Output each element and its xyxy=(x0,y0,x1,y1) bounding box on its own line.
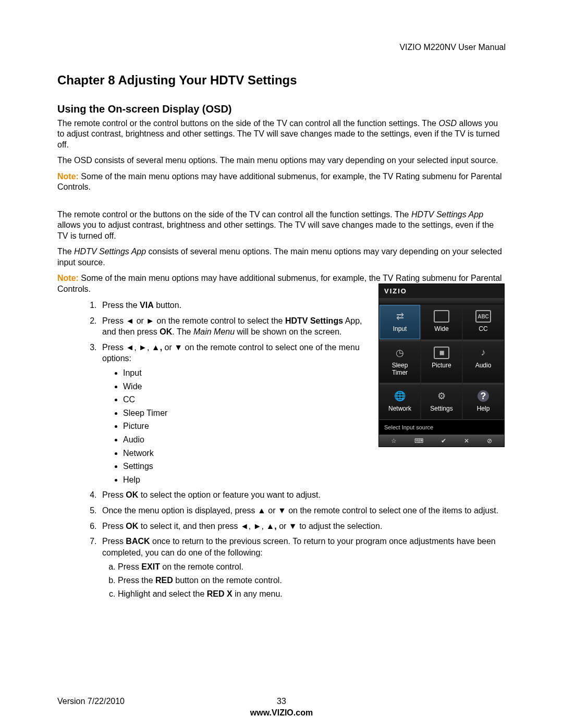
text-bold: VIA xyxy=(140,301,154,310)
text-bold: RED X xyxy=(207,589,232,598)
list-item: Press BACK once to return to the previou… xyxy=(99,536,506,599)
list-item: Press OK to select it, and then press ◄,… xyxy=(99,521,506,532)
text: Press xyxy=(102,537,126,546)
tv-item-wide: Wide xyxy=(421,304,462,340)
text: Some of the main menu options may have a… xyxy=(57,172,502,191)
footer-url: www.VIZIO.com xyxy=(250,708,313,718)
list-item: Audio xyxy=(123,434,370,446)
text-bold: HDTV Settings xyxy=(285,316,343,325)
check-icon: ✔ xyxy=(441,437,446,445)
text: Highlight and select the xyxy=(118,589,207,598)
list-item: Wide xyxy=(123,381,370,392)
list-item: Help xyxy=(123,474,370,486)
text: Press ◄ or ► on the remote control to se… xyxy=(102,316,285,325)
text-bold: OK xyxy=(126,490,138,499)
footer-page-number: 33 xyxy=(277,697,286,706)
list-item: Press the RED button on the remote contr… xyxy=(118,575,506,586)
tv-bottom-bar: ☆ ⌨ ✔ ✕ ⊘ xyxy=(379,435,504,447)
text-bold: OK xyxy=(160,327,172,336)
text: Press the xyxy=(118,576,155,585)
close-icon: ✕ xyxy=(464,437,469,445)
text: allows you to adjust contrast, brightnes… xyxy=(57,220,494,240)
text: will be shown on the screen. xyxy=(235,327,341,336)
text-bold: BACK xyxy=(126,537,150,546)
list-item: Network xyxy=(123,448,370,459)
tv-status-text: Select Input source xyxy=(379,419,504,435)
text-bold: EXIT xyxy=(141,562,160,571)
tv-label: Wide xyxy=(423,326,460,333)
network-icon: 🌐 xyxy=(392,390,408,402)
footer-version: Version 7/22/2010 xyxy=(57,697,125,706)
list-item: Sleep Timer xyxy=(123,408,370,419)
stop-icon: ⊘ xyxy=(487,437,492,445)
paragraph: The remote control or the control button… xyxy=(57,118,506,150)
note-paragraph: Note: Some of the main menu options may … xyxy=(57,171,506,193)
text: Press xyxy=(102,490,126,499)
doc-header: VIZIO M220NV User Manual xyxy=(399,43,506,52)
tv-item-settings: ⚙ Settings xyxy=(421,383,462,419)
chapter-title: Chapter 8 Adjusting Your HDTV Settings xyxy=(57,73,506,88)
tv-item-sleep: ◷ Sleep Timer xyxy=(379,340,421,384)
text-italic: HDTV Settings App xyxy=(411,210,483,219)
list-item: Highlight and select the RED X in any me… xyxy=(118,588,506,600)
star-icon: ☆ xyxy=(391,437,397,445)
tv-grid: ⇄ Input Wide ABC CC ◷ Sleep Timer ▦ Pict… xyxy=(379,304,504,419)
text: Press the xyxy=(102,301,140,310)
text: Press xyxy=(118,562,141,571)
text-italic: OSD xyxy=(438,119,457,128)
text: The xyxy=(57,247,74,256)
bulleted-list: Input Wide CC Sleep Timer Picture Audio … xyxy=(102,367,370,485)
tv-label: Audio xyxy=(465,362,501,369)
help-icon: ? xyxy=(475,390,491,402)
text: or ▼ to adjust the selection. xyxy=(277,522,383,530)
list-item: Picture xyxy=(123,421,370,432)
text: once to return to the previous screen. T… xyxy=(102,537,496,557)
tv-item-input: ⇄ Input xyxy=(379,304,421,340)
wide-icon xyxy=(434,310,449,323)
text-italic: HDTV Settings App xyxy=(74,247,146,256)
tv-label: Settings xyxy=(423,405,460,413)
tv-label: Help xyxy=(465,405,501,413)
tv-label: Picture xyxy=(423,362,460,369)
text-bold: RED xyxy=(155,576,173,585)
text: Press ◄, ►, ▲ xyxy=(102,343,160,352)
text: to select the option or feature you want… xyxy=(138,490,321,499)
gear-icon: ⚙ xyxy=(434,390,449,402)
audio-icon: ♪ xyxy=(475,347,491,359)
tv-menu-screenshot: VIZIO ⇄ Input Wide ABC CC ◷ Sleep Timer … xyxy=(378,283,505,447)
tv-label: Sleep Timer xyxy=(382,362,418,377)
page: VIZIO M220NV User Manual Chapter 8 Adjus… xyxy=(0,0,563,728)
list-item: CC xyxy=(123,394,370,405)
text: button. xyxy=(154,301,181,310)
list-item: Settings xyxy=(123,461,370,472)
tv-label: Input xyxy=(382,326,418,333)
cc-icon: ABC xyxy=(475,310,491,323)
tv-brand-label: VIZIO xyxy=(379,284,504,299)
tv-label: Network xyxy=(382,405,418,413)
list-item: Once the menu option is displayed, press… xyxy=(99,505,506,516)
tv-item-audio: ♪ Audio xyxy=(462,340,504,384)
paragraph: The HDTV Settings App consists of severa… xyxy=(57,246,506,268)
text: The remote control or the control button… xyxy=(57,119,438,128)
list-item: Input xyxy=(123,367,370,379)
clock-icon: ◷ xyxy=(392,347,408,359)
text: The remote control or the buttons on the… xyxy=(57,210,411,219)
tv-item-network: 🌐 Network xyxy=(379,383,421,419)
tv-item-help: ? Help xyxy=(462,383,504,419)
text: Press xyxy=(102,522,126,530)
text-bold: OK xyxy=(126,522,138,530)
picture-icon: ▦ xyxy=(434,347,449,359)
text: on the remote control. xyxy=(160,562,243,571)
keyboard-icon: ⌨ xyxy=(414,437,423,445)
note-label: Note: xyxy=(57,172,79,181)
text: in any menu. xyxy=(232,589,283,598)
text: . The xyxy=(172,327,193,336)
note-label: Note: xyxy=(57,274,79,282)
section-title: Using the On-screen Display (OSD) xyxy=(57,103,506,115)
paragraph: The OSD consists of several menu options… xyxy=(57,155,506,166)
text-italic: Main Menu xyxy=(193,327,235,336)
sub-list: Press EXIT on the remote control. Press … xyxy=(102,561,506,599)
tv-item-cc: ABC CC xyxy=(462,304,504,340)
paragraph: The remote control or the buttons on the… xyxy=(57,209,506,241)
text: to select it, and then press ◄, ►, ▲ xyxy=(138,522,274,530)
